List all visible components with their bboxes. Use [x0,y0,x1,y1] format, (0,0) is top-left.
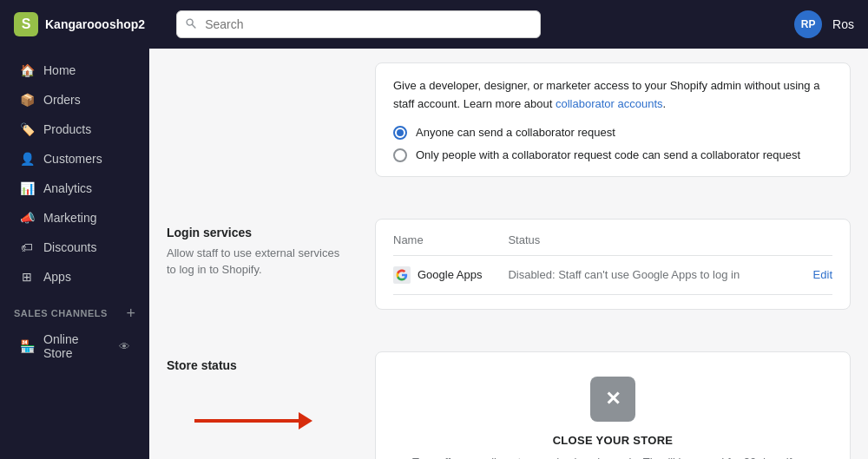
sidebar: 🏠 Home 📦 Orders 🏷️ Products 👤 Customers … [0,49,149,459]
service-action-cell[interactable]: Edit [807,255,832,294]
sidebar-item-orders[interactable]: 📦 Orders [5,85,144,115]
sales-channels-section: SALES CHANNELS + [0,305,149,326]
close-store-desc: Turn off your online store and sales cha… [393,454,832,459]
brand[interactable]: S Kangaroooshop2 [14,12,145,36]
content-area: Give a developer, designer, or marketer … [149,49,868,459]
radio-anyone[interactable]: Anyone can send a collaborator request [393,126,832,140]
sidebar-label-apps: Apps [43,270,71,284]
store-status-card-panel: ✕ CLOSE YOUR STORE Turn off your online … [358,338,868,459]
collaborator-card: Give a developer, designer, or marketer … [375,62,851,177]
topnav: S Kangaroooshop2 RP Ros [0,0,868,49]
service-status: Disabled: Staff can't use Google Apps to… [508,268,740,281]
close-store-card: ✕ CLOSE YOUR STORE Turn off your online … [375,351,851,459]
login-services-title: Login services [167,226,340,239]
service-status-cell: Disabled: Staff can't use Google Apps to… [508,255,807,294]
apps-icon: ⊞ [19,269,35,285]
sidebar-label-discounts: Discounts [43,240,96,254]
store-status-desc-panel: Store status [149,338,358,459]
topnav-right: RP Ros [794,10,854,38]
collaborator-desc-panel [149,49,358,205]
sidebar-label-home: Home [43,63,76,77]
customers-icon: 👤 [19,151,35,167]
store-status-title: Store status [167,358,340,372]
arrow-right-icon [194,412,312,429]
service-name-cell: Google Apps [393,255,508,294]
collaborator-card-panel: Give a developer, designer, or marketer … [358,49,868,205]
service-name: Google Apps [418,268,482,281]
table-header-name: Name [393,233,508,256]
collaborator-description: Give a developer, designer, or marketer … [393,77,832,114]
collaborator-section: Give a developer, designer, or marketer … [149,49,868,205]
collaborator-radio-group: Anyone can send a collaborator request O… [393,126,832,162]
online-store-label: Online Store [43,332,110,360]
analytics-icon: 📊 [19,180,35,196]
sidebar-item-apps[interactable]: ⊞ Apps [5,262,144,292]
login-services-section: Login services Allow staff to use extern… [149,205,868,338]
discounts-icon: 🏷 [19,239,35,255]
marketing-icon: 📣 [19,210,35,226]
sidebar-item-home[interactable]: 🏠 Home [5,56,144,85]
sales-channels-label: SALES CHANNELS [14,308,108,318]
shopify-logo-icon: S [14,12,38,36]
sidebar-item-online-store[interactable]: 🏪 Online Store 👁 [5,326,144,366]
sidebar-label-analytics: Analytics [43,181,92,195]
login-services-card: Name Status [375,219,851,310]
arrow-container [167,377,340,459]
sidebar-label-customers: Customers [43,152,102,166]
eye-icon[interactable]: 👁 [119,340,130,353]
avatar[interactable]: RP [794,10,822,38]
username: Ros [832,17,854,31]
sidebar-item-products[interactable]: 🏷️ Products [5,115,144,144]
collaborator-accounts-link[interactable]: collaborator accounts [556,97,663,110]
login-services-desc-panel: Login services Allow staff to use extern… [149,205,358,338]
radio-code-circle [393,148,407,162]
sidebar-label-marketing: Marketing [43,211,96,225]
login-services-card-panel: Name Status [358,205,868,338]
radio-anyone-label: Anyone can send a collaborator request [416,126,615,139]
brand-name: Kangaroooshop2 [45,17,145,31]
home-icon: 🏠 [19,62,35,78]
sidebar-item-customers[interactable]: 👤 Customers [5,144,144,174]
close-store-x-icon: ✕ [590,377,635,422]
sidebar-item-discounts[interactable]: 🏷 Discounts [5,233,144,262]
online-store-icon: 🏪 [19,338,35,354]
sidebar-label-products: Products [43,122,91,136]
services-table: Name Status [393,233,832,295]
store-status-section: Store status ✕ CLOSE YOUR STORE Turn off… [149,338,868,459]
add-sales-channel-button[interactable]: + [126,305,135,321]
table-header-action [807,233,832,256]
google-logo-icon [393,266,411,284]
edit-service-link[interactable]: Edit [813,268,832,281]
search-input[interactable] [176,10,541,38]
login-services-desc: Allow staff to use external services to … [167,245,340,279]
products-icon: 🏷️ [19,121,35,137]
orders-icon: 📦 [19,92,35,108]
sidebar-item-analytics[interactable]: 📊 Analytics [5,174,144,203]
search-container [176,10,541,38]
radio-code-only[interactable]: Only people with a collaborator request … [393,148,832,162]
radio-anyone-circle [393,126,407,140]
sidebar-item-marketing[interactable]: 📣 Marketing [5,203,144,233]
sidebar-label-orders: Orders [43,93,81,107]
search-icon [185,17,197,32]
main-layout: 🏠 Home 📦 Orders 🏷️ Products 👤 Customers … [0,49,868,459]
table-header-status: Status [508,233,807,256]
close-store-title: CLOSE YOUR STORE [553,434,674,447]
table-row: Google Apps Disabled: Staff can't use Go… [393,255,832,294]
radio-code-label: Only people with a collaborator request … [416,148,800,161]
